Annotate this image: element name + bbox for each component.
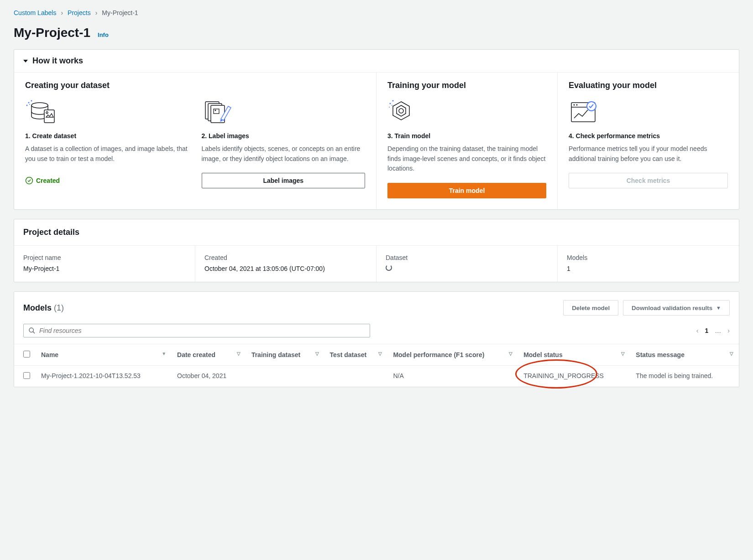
dataset-label: Dataset bbox=[386, 254, 548, 261]
models-label: Models bbox=[567, 254, 730, 261]
svg-point-7 bbox=[26, 177, 33, 184]
train-model-icon bbox=[387, 99, 546, 125]
next-page-button[interactable]: › bbox=[727, 327, 730, 334]
col-message[interactable]: Status message▽ bbox=[630, 344, 739, 366]
step3-desc: Depending on the training dataset, the t… bbox=[387, 144, 546, 174]
how-it-works-toggle[interactable]: How it works bbox=[14, 50, 739, 73]
how-it-works-title: How it works bbox=[32, 56, 83, 66]
caret-down-icon bbox=[23, 60, 28, 62]
label-images-button[interactable]: Label images bbox=[202, 173, 366, 188]
check-metrics-button: Check metrics bbox=[569, 173, 728, 188]
cell-performance: N/A bbox=[387, 366, 518, 387]
table-row[interactable]: My-Project-1.2021-10-04T13.52.53 October… bbox=[14, 366, 739, 387]
search-input-wrapper[interactable] bbox=[23, 324, 370, 337]
check-metrics-icon bbox=[569, 99, 728, 125]
step1-title: 1. Create dataset bbox=[25, 132, 189, 140]
delete-model-button[interactable]: Delete model bbox=[563, 300, 618, 316]
cell-name: My-Project-1.2021-10-04T13.52.53 bbox=[36, 366, 172, 387]
project-name-value: My-Project-1 bbox=[23, 264, 186, 274]
train-model-button[interactable]: Train model bbox=[387, 183, 546, 198]
page-ellipsis: … bbox=[715, 327, 721, 334]
created-value: October 04, 2021 at 13:05:06 (UTC-07:00) bbox=[204, 264, 367, 274]
sort-icon: ▽ bbox=[237, 351, 241, 356]
svg-point-23 bbox=[576, 104, 578, 106]
search-icon bbox=[28, 327, 36, 334]
download-validation-button[interactable]: Download validation results ▼ bbox=[623, 300, 730, 316]
svg-point-19 bbox=[392, 105, 392, 106]
cell-message: The model is being trained. bbox=[630, 366, 739, 387]
sort-icon: ▽ bbox=[378, 351, 382, 356]
svg-point-6 bbox=[29, 104, 30, 105]
cell-train-dataset bbox=[246, 366, 324, 387]
breadcrumb-projects[interactable]: Projects bbox=[68, 9, 91, 16]
svg-point-16 bbox=[390, 103, 391, 104]
col-performance[interactable]: Model performance (F1 score)▽ bbox=[387, 344, 518, 366]
spinner-icon bbox=[386, 264, 392, 271]
step1-desc: A dataset is a collection of images, and… bbox=[25, 144, 189, 164]
caret-down-icon: ▼ bbox=[716, 305, 721, 311]
models-value: 1 bbox=[567, 264, 730, 274]
svg-point-4 bbox=[31, 100, 32, 102]
cell-test-dataset bbox=[324, 366, 388, 387]
label-images-icon bbox=[202, 99, 366, 125]
pagination: ‹ 1 … › bbox=[696, 327, 730, 334]
evaluating-heading: Evaluating your model bbox=[569, 81, 728, 90]
models-table: Name▼ Date created▽ Training dataset▽ Te… bbox=[14, 344, 739, 387]
search-input[interactable] bbox=[39, 327, 365, 334]
prev-page-button[interactable]: ‹ bbox=[696, 327, 699, 334]
created-label: Created bbox=[204, 254, 367, 261]
created-status: Created bbox=[25, 176, 189, 185]
svg-marker-13 bbox=[393, 102, 409, 120]
dataset-value-loading bbox=[386, 264, 548, 274]
sort-desc-icon: ▼ bbox=[162, 351, 166, 356]
col-test-dataset[interactable]: Test dataset▽ bbox=[324, 344, 388, 366]
creating-dataset-heading: Creating your dataset bbox=[25, 81, 365, 90]
breadcrumb-current: My-Project-1 bbox=[102, 9, 138, 16]
select-all-checkbox[interactable] bbox=[23, 351, 30, 358]
chevron-right-icon: › bbox=[95, 9, 98, 16]
cell-status: TRAINING_IN_PROGRESS bbox=[518, 366, 630, 387]
svg-point-12 bbox=[214, 110, 216, 111]
models-heading: Models (1) bbox=[23, 303, 64, 313]
svg-point-18 bbox=[389, 107, 390, 108]
svg-point-0 bbox=[31, 103, 48, 108]
training-heading: Training your model bbox=[387, 81, 546, 90]
step3-title: 3. Train model bbox=[387, 132, 546, 140]
step4-desc: Performance metrics tell you if your mod… bbox=[569, 144, 728, 164]
col-name[interactable]: Name▼ bbox=[36, 344, 172, 366]
svg-point-15 bbox=[399, 109, 403, 113]
col-status[interactable]: Model status▽ bbox=[518, 344, 630, 366]
svg-point-25 bbox=[29, 328, 33, 332]
col-train-dataset[interactable]: Training dataset▽ bbox=[246, 344, 324, 366]
dataset-icon bbox=[25, 99, 189, 125]
svg-point-3 bbox=[28, 102, 30, 104]
how-it-works-panel: How it works Creating your dataset 1. Cr… bbox=[14, 49, 739, 210]
breadcrumb-root[interactable]: Custom Labels bbox=[14, 9, 56, 16]
breadcrumb: Custom Labels › Projects › My-Project-1 bbox=[14, 9, 739, 16]
check-circle-icon bbox=[25, 176, 33, 185]
sort-icon: ▽ bbox=[621, 351, 625, 356]
svg-marker-14 bbox=[397, 105, 406, 116]
svg-point-17 bbox=[392, 100, 394, 102]
project-details-panel: Project details Project name My-Project-… bbox=[14, 219, 739, 282]
row-checkbox[interactable] bbox=[23, 372, 30, 379]
step2-title: 2. Label images bbox=[202, 132, 366, 140]
cell-date: October 04, 2021 bbox=[172, 366, 246, 387]
page-title: My-Project-1 bbox=[14, 26, 90, 40]
page-number: 1 bbox=[705, 327, 709, 334]
sort-icon: ▽ bbox=[509, 351, 512, 356]
project-name-label: Project name bbox=[23, 254, 186, 261]
chevron-right-icon: › bbox=[61, 9, 63, 16]
info-link[interactable]: Info bbox=[98, 31, 109, 38]
svg-point-22 bbox=[574, 104, 575, 106]
svg-point-5 bbox=[26, 105, 28, 106]
col-date[interactable]: Date created▽ bbox=[172, 344, 246, 366]
models-panel: Models (1) Delete model Download validat… bbox=[14, 291, 739, 387]
sort-icon: ▽ bbox=[730, 351, 733, 356]
step4-title: 4. Check performance metrics bbox=[569, 132, 728, 140]
project-details-heading: Project details bbox=[23, 228, 730, 237]
step2-desc: Labels identify objects, scenes, or conc… bbox=[202, 144, 366, 164]
svg-line-26 bbox=[33, 332, 35, 333]
sort-icon: ▽ bbox=[315, 351, 319, 356]
